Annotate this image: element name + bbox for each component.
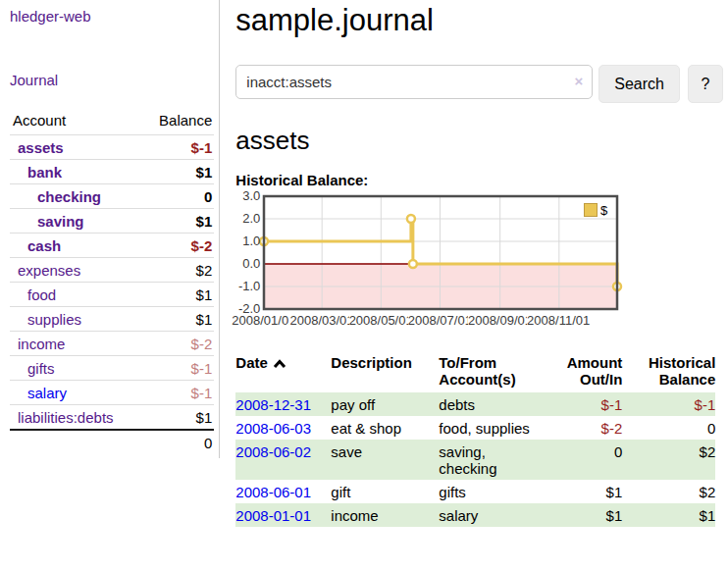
accounts-total-row: 0: [10, 430, 214, 454]
transaction-row: 2008-06-01giftgifts$1$2: [235, 480, 715, 503]
hledger-web-page: hledger-web Journal Account Balance asse…: [0, 0, 728, 527]
account-row: expenses$2: [10, 258, 214, 283]
account-link-liabilities-debts[interactable]: liabilities:debts: [18, 409, 114, 426]
search-input[interactable]: [235, 65, 593, 99]
chart-plot-area: $: [264, 196, 617, 309]
app-brand-link[interactable]: hledger-web: [10, 8, 91, 25]
sidebar-item-journal[interactable]: Journal: [10, 72, 58, 88]
account-link-cash[interactable]: cash: [27, 237, 61, 254]
transaction-date-link[interactable]: 2008-12-31: [235, 396, 311, 413]
x-axis-tick-label: 2008/07/01: [408, 313, 472, 328]
account-balance: $1: [140, 209, 214, 234]
account-name-cell: salary: [10, 381, 140, 405]
account-link-expenses[interactable]: expenses: [18, 262, 80, 279]
register-header-amount: Amount Out/In: [553, 352, 622, 392]
transaction-date-link[interactable]: 2008-06-03: [235, 420, 311, 437]
historical-balance-chart: $ 3.02.01.00.0-1.0-2.02008/01/012008/03/…: [235, 194, 723, 332]
x-axis-tick-label: 2008/05/01: [349, 313, 413, 328]
account-link-assets[interactable]: assets: [18, 139, 64, 156]
transaction-accounts: saving, checking: [439, 440, 553, 480]
legend-series-label: $: [600, 203, 608, 218]
transaction-date-link[interactable]: 2008-06-01: [235, 484, 311, 500]
transaction-date-link[interactable]: 2008-01-01: [235, 507, 311, 524]
account-link-supplies[interactable]: supplies: [27, 311, 81, 328]
transaction-date-cell: 2008-12-31: [235, 392, 331, 416]
data-point-marker: [407, 215, 415, 223]
account-row: cash$-2: [10, 234, 214, 258]
clear-search-icon[interactable]: ×: [575, 73, 584, 90]
transaction-amount: $-2: [553, 416, 622, 440]
main-content: sample.journal × Search ? assets Histori…: [220, 0, 728, 527]
transaction-description: income: [331, 503, 439, 527]
transaction-description: pay off: [331, 392, 439, 416]
transaction-row: 2008-06-02savesaving, checking0$2: [235, 440, 715, 480]
account-balance: $-1: [140, 135, 214, 160]
x-axis-tick-label: 2008/11/01: [527, 313, 590, 328]
transaction-accounts-text: debts: [439, 396, 475, 413]
account-link-salary[interactable]: salary: [27, 385, 67, 401]
transaction-row: 2008-12-31pay offdebts$-1$-1: [235, 392, 715, 416]
y-axis-tick-label: 0.0: [235, 257, 260, 271]
transaction-amount: $-1: [553, 392, 622, 416]
register-header-description: Description: [331, 352, 439, 392]
search-button[interactable]: Search: [598, 65, 680, 103]
account-balance: $1: [140, 283, 214, 307]
transaction-accounts-text: salary: [439, 507, 478, 524]
accounts-total-spacer: [10, 430, 140, 454]
account-link-bank[interactable]: bank: [27, 164, 62, 181]
transaction-date-cell: 2008-06-01: [235, 480, 331, 503]
account-balance: $1: [140, 160, 214, 184]
sidebar: hledger-web Journal Account Balance asse…: [0, 0, 220, 458]
account-name-cell: checking: [10, 184, 140, 209]
legend-series-swatch: [585, 204, 598, 217]
accounts-header-row: Account Balance: [10, 109, 214, 135]
account-row: salary$-1: [10, 381, 214, 405]
accounts-header-balance: Balance: [140, 109, 214, 135]
account-heading: assets: [235, 126, 723, 156]
account-name-cell: liabilities:debts: [10, 405, 140, 431]
account-name-cell: saving: [10, 209, 140, 234]
transaction-historical-balance: $1: [622, 503, 715, 527]
register-header-date[interactable]: Date: [235, 352, 331, 392]
account-balance: $1: [140, 307, 214, 332]
account-link-food[interactable]: food: [27, 286, 56, 303]
account-row: checking0: [10, 184, 214, 209]
transaction-accounts: debts: [439, 392, 553, 416]
account-row: gifts$-1: [10, 356, 214, 381]
transaction-description: eat & shop: [331, 416, 439, 440]
help-button[interactable]: ?: [688, 65, 723, 103]
transaction-accounts: food, supplies: [439, 416, 553, 440]
transaction-row: 2008-06-03eat & shopfood, supplies$-20: [235, 416, 715, 440]
account-link-gifts[interactable]: gifts: [27, 360, 55, 377]
register-table: DateDescriptionTo/From Account(s)Amount …: [235, 352, 715, 527]
account-link-income[interactable]: income: [18, 336, 65, 352]
y-axis-tick-label: 1.0: [235, 234, 260, 248]
account-name-cell: cash: [10, 234, 140, 258]
account-name-cell: supplies: [10, 307, 140, 332]
account-link-saving[interactable]: saving: [37, 213, 84, 230]
transaction-accounts: gifts: [439, 480, 553, 503]
transaction-accounts-text: food, supplies: [439, 420, 530, 437]
transaction-amount: 0: [553, 440, 622, 480]
y-axis-tick-label: 2.0: [235, 212, 260, 226]
transaction-row: 2008-01-01incomesalary$1$1: [235, 503, 715, 527]
x-axis-tick-label: 2008/03/01: [289, 313, 353, 328]
accounts-header-account: Account: [10, 109, 140, 135]
account-row: assets$-1: [10, 135, 214, 160]
transaction-historical-balance: $-1: [622, 392, 715, 416]
account-link-checking[interactable]: checking: [37, 188, 101, 205]
account-name-cell: gifts: [10, 356, 140, 381]
transaction-historical-balance: 0: [622, 416, 715, 440]
transaction-amount: $1: [553, 503, 622, 527]
y-axis-tick-label: -1.0: [235, 280, 260, 293]
chart-title: Historical Balance:: [235, 172, 723, 188]
account-balance: $2: [140, 258, 214, 283]
account-name-cell: expenses: [10, 258, 140, 283]
accounts-total-value: 0: [140, 430, 214, 454]
transaction-date-cell: 2008-06-03: [235, 416, 331, 440]
account-row: food$1: [10, 283, 214, 307]
transaction-accounts-text: gifts: [439, 484, 466, 500]
transaction-date-link[interactable]: 2008-06-02: [235, 443, 311, 460]
account-row: income$-2: [10, 332, 214, 356]
transaction-historical-balance: $2: [622, 440, 715, 480]
